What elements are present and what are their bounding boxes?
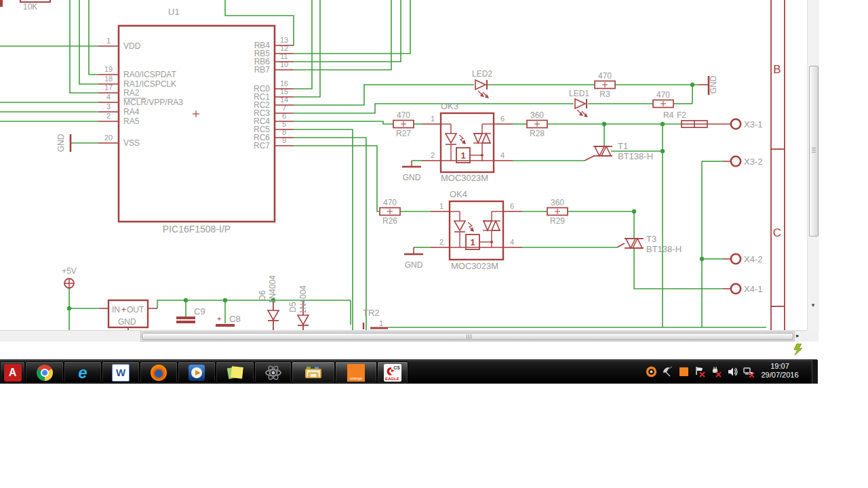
schematic-labels: +5V10KU1PIC16F1508-I/PGNDLED2LED1GNDR4F2…: [23, 2, 781, 327]
taskbar-button-chrome[interactable]: [25, 361, 64, 384]
taskbar-button-adobe-reader[interactable]: A: [0, 361, 25, 384]
svg-text:17: 17: [104, 83, 113, 92]
svg-text:X4-2: X4-2: [744, 254, 762, 264]
adobe-reader-icon: A: [4, 364, 22, 382]
svg-text:3: 3: [106, 102, 111, 110]
svg-text:X3-1: X3-1: [744, 119, 762, 129]
taskbar-button-cad-tool[interactable]: [254, 361, 292, 384]
svg-text:360: 360: [530, 110, 544, 120]
svg-text:4: 4: [500, 151, 505, 159]
taskbar-clock[interactable]: 19:07 29/07/2016: [754, 362, 806, 380]
tray-orange-square-icon[interactable]: [678, 366, 690, 378]
svg-text:C8: C8: [229, 314, 241, 324]
atom-icon: [265, 365, 281, 381]
svg-text:U1: U1: [168, 7, 180, 17]
svg-text:1: 1: [106, 37, 111, 45]
scroll-right-arrow-icon[interactable]: ▸: [796, 332, 800, 339]
svg-text:C9: C9: [194, 306, 205, 317]
eagle-icon: CS EAGLE: [384, 364, 401, 382]
svg-text:16: 16: [280, 79, 288, 87]
svg-text:R26: R26: [382, 216, 397, 226]
horizontal-scrollbar-track[interactable]: [140, 331, 795, 342]
schematic-symbols[interactable]: [0, 0, 785, 330]
taskbar-button-orange-app[interactable]: orange: [335, 361, 377, 384]
svg-text:T1: T1: [618, 141, 628, 151]
taskbar-button-sticky-notes[interactable]: [216, 361, 254, 384]
svg-text:1: 1: [460, 150, 465, 161]
taskbar-button-media-player[interactable]: [178, 361, 216, 384]
svg-text:MCLR/VPP/RA3: MCLR/VPP/RA3: [123, 98, 183, 107]
scroll-down-arrow-icon[interactable]: ▾: [808, 302, 818, 308]
taskbar-button-word[interactable]: W: [102, 361, 140, 384]
svg-text:OK3: OK3: [441, 101, 458, 111]
svg-text:2: 2: [106, 112, 111, 120]
tray-volume-icon[interactable]: [727, 366, 738, 378]
svg-text:VDD: VDD: [123, 41, 141, 51]
component-R27[interactable]: [393, 121, 414, 128]
component-R3[interactable]: [595, 81, 615, 89]
svg-text:T3: T3: [646, 234, 656, 244]
media-player-icon: [189, 365, 205, 381]
lightning-icon: [793, 344, 803, 356]
tray-network-disabled-icon[interactable]: [743, 366, 755, 378]
svg-text:OUT: OUT: [127, 305, 144, 314]
component-R28[interactable]: [527, 121, 547, 128]
svg-text:4: 4: [510, 238, 514, 246]
vertical-scrollbar[interactable]: ▾: [807, 0, 819, 330]
svg-text:RA0/ICSPDAT: RA0/ICSPDAT: [123, 70, 176, 79]
svg-text:GND: GND: [56, 134, 66, 152]
svg-text:MOC3023M: MOC3023M: [441, 173, 488, 183]
word-icon: W: [112, 364, 130, 382]
svg-text:VSS: VSS: [123, 138, 140, 148]
svg-text:10K: 10K: [23, 2, 37, 12]
svg-text:1: 1: [470, 237, 475, 247]
taskbar-button-firefox[interactable]: [140, 361, 178, 384]
scrollbar-grip-icon: [812, 148, 816, 153]
svg-text:TR2: TR2: [363, 308, 380, 318]
svg-text:F2: F2: [677, 110, 686, 120]
component-R26[interactable]: [380, 208, 400, 216]
svg-text:+: +: [121, 305, 126, 314]
svg-text:+: +: [217, 314, 221, 323]
folder-icon: [304, 365, 322, 381]
schematic-wires[interactable]: [0, 0, 766, 330]
system-tray: [646, 360, 755, 384]
sticky-notes-icon: [227, 365, 243, 381]
svg-text:RA1/ICSPCLK: RA1/ICSPCLK: [123, 79, 176, 89]
firefox-icon: [151, 365, 167, 381]
tray-satellite-icon[interactable]: [662, 366, 673, 378]
desktop-screen: +5V10KU1PIC16F1508-I/PGNDLED2LED1GNDR4F2…: [0, 0, 817, 383]
taskbar-button-eagle[interactable]: CS EAGLE: [377, 361, 408, 384]
svg-text:470: 470: [383, 198, 397, 207]
show-desktop-button[interactable]: [812, 360, 818, 384]
svg-text:1N4004: 1N4004: [298, 285, 308, 314]
taskbar-button-internet-explorer[interactable]: e: [64, 361, 102, 384]
svg-text:GND: GND: [118, 317, 136, 327]
svg-text:6: 6: [500, 115, 505, 123]
svg-text:RA2: RA2: [123, 88, 140, 98]
component-R29[interactable]: [547, 208, 568, 216]
svg-text:20: 20: [104, 134, 113, 142]
horizontal-scrollbar-thumb[interactable]: [142, 333, 793, 340]
svg-text:1: 1: [379, 319, 383, 327]
horizontal-scrollbar[interactable]: ▸: [0, 330, 807, 342]
svg-text:R4: R4: [663, 110, 674, 120]
scrollbar-corner: [807, 330, 818, 342]
component-R4[interactable]: [653, 100, 673, 108]
svg-text:IN: IN: [112, 305, 120, 314]
svg-text:4: 4: [106, 93, 111, 101]
tray-power-disabled-icon[interactable]: [711, 366, 722, 378]
svg-text:+5V: +5V: [62, 266, 77, 276]
taskbar-button-file-explorer[interactable]: [292, 361, 335, 384]
chrome-icon: [37, 365, 53, 381]
schematic-canvas[interactable]: +5V10KU1PIC16F1508-I/PGNDLED2LED1GNDR4F2…: [0, 0, 807, 330]
svg-text:1: 1: [431, 115, 435, 123]
svg-text:19: 19: [104, 65, 113, 73]
tray-orange-messenger-icon[interactable]: [646, 366, 657, 378]
internet-explorer-icon: e: [78, 365, 87, 381]
svg-text:R28: R28: [530, 129, 545, 138]
vertical-scrollbar-thumb[interactable]: [809, 66, 818, 237]
svg-text:470: 470: [397, 110, 410, 120]
tray-flag-disabled-icon[interactable]: [694, 366, 706, 378]
svg-text:R29: R29: [550, 216, 565, 226]
